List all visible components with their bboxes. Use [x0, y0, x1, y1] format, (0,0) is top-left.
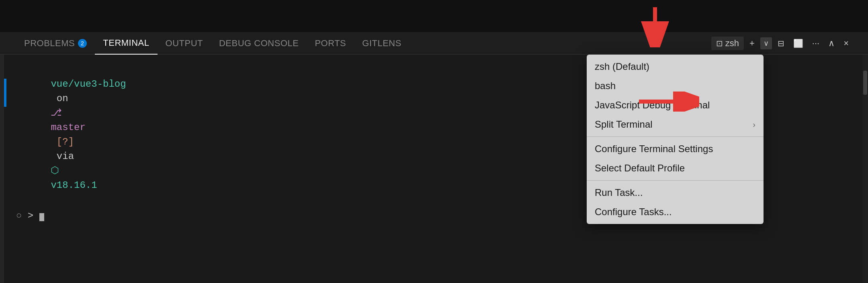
- tab-gitlens-label: GITLENS: [362, 38, 401, 49]
- dropdown-chevron-button[interactable]: ∨: [760, 37, 772, 49]
- tab-ports[interactable]: PORTS: [307, 32, 354, 55]
- left-gutter: [0, 55, 4, 283]
- menu-divider-2: [587, 180, 764, 181]
- plus-icon: +: [749, 38, 755, 49]
- tab-gitlens[interactable]: GITLENS: [354, 32, 409, 55]
- right-scrollbar[interactable]: [862, 55, 868, 283]
- menu-item-run-task-label: Run Task...: [595, 187, 643, 198]
- t-on: on: [51, 93, 74, 104]
- menu-item-configure-settings-label: Configure Terminal Settings: [595, 143, 713, 155]
- tab-output-label: OUTPUT: [166, 38, 203, 49]
- circle-dot: ○: [16, 210, 28, 221]
- menu-item-select-profile[interactable]: Select Default Profile: [587, 159, 764, 178]
- t-branch: master: [51, 122, 85, 133]
- problems-badge: 2: [78, 39, 87, 48]
- terminal-icon: ⊡: [716, 39, 723, 48]
- tab-problems[interactable]: PROBLEMS 2: [16, 32, 95, 55]
- chevron-up-icon: ∧: [828, 38, 835, 49]
- terminal-dropdown-menu: zsh (Default) bash JavaScript Debug Term…: [587, 55, 764, 224]
- red-arrow-right: [635, 92, 699, 112]
- menu-item-split-terminal[interactable]: Split Terminal ›: [587, 115, 764, 134]
- split-icon: ⊟: [778, 39, 784, 48]
- menu-item-configure-settings[interactable]: Configure Terminal Settings: [587, 139, 764, 159]
- more-actions-button[interactable]: ···: [809, 37, 823, 50]
- t-path: vue/vue3-blog: [51, 79, 126, 90]
- tab-terminal-label: TERMINAL: [103, 38, 149, 48]
- close-panel-button[interactable]: ×: [840, 37, 852, 50]
- tab-bar: PROBLEMS 2 TERMINAL OUTPUT DEBUG CONSOLE…: [0, 32, 868, 55]
- zsh-label-text: zsh: [725, 38, 739, 49]
- tab-problems-label: PROBLEMS: [24, 38, 75, 49]
- t-branch-icon: ⎇: [51, 108, 68, 118]
- tab-debug-console[interactable]: DEBUG CONSOLE: [211, 32, 307, 55]
- menu-item-zsh-default-label: zsh (Default): [595, 61, 649, 72]
- trash-icon: ⬜: [793, 39, 803, 48]
- ellipsis-icon: ···: [812, 38, 819, 49]
- menu-item-run-task[interactable]: Run Task...: [587, 183, 764, 202]
- t-node-version: v18.16.1: [51, 180, 97, 191]
- menu-item-bash-label: bash: [595, 80, 616, 92]
- tab-output[interactable]: OUTPUT: [158, 32, 211, 55]
- terminal-cursor: [39, 213, 44, 221]
- t-node-icon: ⬡: [51, 165, 65, 176]
- tab-debug-console-label: DEBUG CONSOLE: [219, 38, 299, 49]
- collapse-panel-button[interactable]: ∧: [825, 37, 838, 50]
- menu-item-zsh-default[interactable]: zsh (Default): [587, 57, 764, 76]
- submenu-chevron-icon: ›: [753, 120, 755, 129]
- menu-item-configure-tasks[interactable]: Configure Tasks...: [587, 202, 764, 222]
- chevron-down-icon: ∨: [764, 39, 769, 48]
- split-terminal-button[interactable]: ⊟: [774, 37, 788, 50]
- toolbar-right: ⊡ zsh + ∨ ⊟ ⬜ ··· ∧ ×: [711, 37, 852, 50]
- tab-ports-label: PORTS: [315, 38, 346, 49]
- menu-item-select-profile-label: Select Default Profile: [595, 163, 685, 174]
- prompt-symbol: >: [28, 210, 39, 221]
- menu-item-split-terminal-label: Split Terminal: [595, 119, 653, 130]
- t-query: [?]: [51, 136, 74, 147]
- blue-accent-bar: [4, 79, 6, 107]
- scrollbar-thumb[interactable]: [863, 71, 867, 95]
- close-icon: ×: [843, 38, 849, 49]
- top-bar: [0, 0, 868, 32]
- menu-item-configure-tasks-label: Configure Tasks...: [595, 206, 672, 218]
- t-via: via: [51, 151, 80, 162]
- new-terminal-button[interactable]: +: [746, 37, 758, 50]
- delete-terminal-button[interactable]: ⬜: [790, 37, 807, 50]
- red-arrow-down: [639, 3, 671, 47]
- zsh-profile-indicator: ⊡ zsh: [711, 37, 744, 50]
- menu-divider-1: [587, 136, 764, 137]
- tab-terminal[interactable]: TERMINAL: [95, 32, 157, 55]
